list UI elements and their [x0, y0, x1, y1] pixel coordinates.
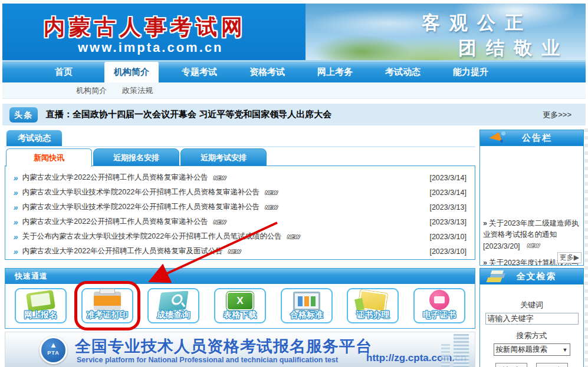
nav-item[interactable]: 资格考试 — [240, 62, 294, 82]
quick-channel-icon — [226, 292, 254, 310]
quick-channel-icon — [26, 290, 55, 312]
main-nav: 首页 机构简介 专题考试 资格考试 网上考务 考试动态 能力提升 — [2, 62, 586, 82]
new-badge: NEW — [286, 234, 301, 240]
tab-recent-exams[interactable]: 近期考试安排 — [180, 148, 267, 166]
search-buttons: 搜 索 取 消 — [480, 363, 583, 367]
quick-channel-label: 准考证打印 — [83, 310, 132, 320]
news-list: » 内蒙古农业大学2022公开招聘工作人员资格复审递补公告 NEW [2023/… — [5, 166, 475, 260]
announcement-title: 公告栏 — [522, 133, 567, 144]
slogan-line2: 团结敬业 — [458, 36, 569, 61]
news-list-item[interactable]: » 内蒙古农业大学2022公开招聘工作人员资格复审递补公告 NEW [2023/… — [11, 214, 469, 229]
news-title[interactable]: 内蒙古农业大学职业技术学院2022年公开招聘工作人员资格复审递补公告 — [22, 187, 260, 197]
banner-url[interactable]: http://zg.cpta.com.cn — [366, 352, 467, 364]
new-badge: NEW — [264, 190, 279, 196]
announcement-list: »关于2023年度二级建造师执业资格考试报名的通知 [2023/3/20] NE… — [479, 146, 584, 266]
subnav-item[interactable]: 政策法规 — [122, 85, 153, 96]
site-url: www.impta.com.cn — [78, 40, 223, 55]
news-title[interactable]: 内蒙古农业大学2022年公开招聘工作人员资格复审及面试公告 — [22, 246, 223, 256]
search-button[interactable]: 搜 索 — [495, 363, 527, 367]
page-edge-decoration — [584, 128, 588, 367]
fulltext-search-panel: 全文检索 关键词 搜索方式 按新闻标题搜索 ▼ 搜 索 取 消 — [479, 268, 584, 367]
nav-item[interactable]: 机构简介 — [104, 62, 159, 82]
new-badge: NEW — [264, 204, 279, 210]
nav-item[interactable]: 专题考试 — [172, 62, 226, 82]
news-title[interactable]: 内蒙古农业大学2022公开招聘工作人员资格复审递补公告 — [22, 173, 208, 183]
page: 内蒙古人事考试网 www.impta.com.cn 客观公正 团结敬业 首页 机… — [0, 0, 588, 367]
cancel-button[interactable]: 取 消 — [536, 363, 568, 367]
header-banner-image: 客观公正 团结敬业 — [306, 4, 586, 60]
quick-channel-item[interactable]: 表格下载 — [214, 288, 266, 323]
slogan-line1: 客观公正 — [422, 11, 533, 35]
quick-channel-label: 成绩查询 — [149, 310, 198, 320]
cpta-banner[interactable]: ▲ PTA 全国专业技术人员资格考试报名服务平台 Service platfor… — [5, 332, 475, 367]
quick-channel-icon — [94, 292, 121, 310]
double-chevron-icon: » — [483, 219, 487, 227]
quick-channel-label: 网上报名 — [16, 310, 65, 320]
megaphone-icon — [488, 131, 506, 145]
new-badge: NEW — [212, 175, 227, 181]
double-chevron-icon: » — [12, 203, 19, 212]
banner-subtitle: Service platform for National Profession… — [77, 356, 338, 364]
double-chevron-icon: » — [12, 188, 19, 197]
quick-channel-item[interactable]: 准考证打印 — [81, 288, 133, 323]
quick-channel-item[interactable]: 证书办理 — [347, 288, 399, 323]
search-mode-label: 搜索方式 — [480, 330, 583, 341]
news-tabs: 新闻快讯 近期报名安排 近期考试安排 — [5, 148, 475, 166]
banner-title: 全国专业技术人员资格考试报名服务平台 — [75, 336, 372, 357]
search-header: 全文检索 — [479, 268, 584, 285]
announcement-panel: 公告栏 »关于2023年度二级建造师执业资格考试报名的通知 [2023/3/20… — [479, 130, 584, 266]
section-tab-exam-news[interactable]: 考试动态 — [6, 130, 63, 147]
sub-nav: 机构简介 政策法规 — [2, 82, 586, 99]
news-list-item[interactable]: » 内蒙古农业大学2022公开招聘工作人员资格复审递补公告 NEW [2023/… — [11, 170, 469, 185]
quick-channel-icon — [358, 290, 387, 312]
quick-channel-header: 快速通道 — [5, 269, 475, 284]
quick-channel-icon — [293, 292, 320, 310]
tab-recent-registration[interactable]: 近期报名安排 — [93, 148, 179, 166]
building-graphic — [441, 344, 450, 367]
quick-channel-item[interactable]: 电子证书 — [413, 288, 465, 323]
quick-channel-label: 表格下载 — [215, 310, 265, 320]
news-list-item[interactable]: » 内蒙古农业大学职业技术学院2022年公开招聘工作人员资格复审递补公告 NEW… — [11, 200, 469, 214]
nav-item[interactable]: 考试动态 — [376, 62, 430, 82]
quick-channel-item[interactable]: 合格标准 — [281, 288, 333, 323]
double-chevron-icon: » — [12, 173, 19, 183]
new-badge: NEW — [526, 240, 541, 252]
search-mode-select[interactable]: 按新闻标题搜索 ▼ — [494, 343, 570, 356]
news-title[interactable]: 关于公布内蒙古农业大学职业技术学院2022年公开招聘工作人员笔试成绩的公告 — [22, 232, 282, 242]
quick-channel-item[interactable]: 成绩查询 — [147, 288, 199, 323]
nav-item[interactable]: 网上考务 — [308, 62, 362, 82]
quick-channel-label: 电子证书 — [415, 310, 464, 320]
double-chevron-icon: » — [12, 232, 19, 242]
nav-item[interactable]: 能力提升 — [444, 62, 498, 82]
search-title: 全文检索 — [517, 271, 572, 282]
new-badge: NEW — [227, 249, 242, 254]
nav-item[interactable]: 首页 — [37, 62, 91, 82]
books-icon — [487, 270, 505, 283]
headline-more-link[interactable]: 更多>>> — [543, 110, 571, 120]
news-date: [2023/3/10] — [429, 247, 469, 256]
quick-channel-section: 快速通道 网上报名 准考证打印 成绩查询 — [5, 268, 475, 329]
cpta-logo: ▲ PTA — [40, 336, 67, 364]
double-chevron-icon: » — [483, 259, 487, 266]
news-date: [2023/3/14] — [429, 174, 469, 182]
quick-channel-icon — [159, 290, 189, 311]
news-title[interactable]: 内蒙古农业大学职业技术学院2022年公开招聘工作人员资格复审递补公告 — [22, 202, 260, 212]
keyword-input[interactable] — [485, 313, 579, 325]
section-tab-underline — [5, 146, 475, 147]
quick-channel-icon — [429, 290, 449, 310]
quick-channel-row: 网上报名 准考证打印 成绩查询 表格下载 — [5, 284, 475, 323]
subnav-item[interactable]: 机构简介 — [76, 85, 107, 96]
news-list-item[interactable]: » 关于公布内蒙古农业大学职业技术学院2022年公开招聘工作人员笔试成绩的公告 … — [11, 229, 469, 244]
announcement-more-link[interactable]: 更多▶ — [557, 252, 582, 263]
news-list-item[interactable]: » 内蒙古农业大学2022年公开招聘工作人员资格复审及面试公告 NEW [202… — [11, 244, 469, 259]
logo-mountain-icon: ▲ — [41, 340, 65, 350]
quick-channel-title: 快速通道 — [15, 271, 48, 282]
announcement-item[interactable]: »关于2023年度二级建造师执业资格考试报名的通知 [2023/3/20] NE… — [483, 218, 580, 252]
quick-channel-item[interactable]: 网上报名 — [15, 288, 67, 323]
double-chevron-icon: » — [12, 247, 19, 256]
quick-channel-label: 合格标准 — [282, 310, 331, 320]
tab-news-flash[interactable]: 新闻快讯 — [6, 148, 92, 167]
news-list-item[interactable]: » 内蒙古农业大学职业技术学院2022年公开招聘工作人员资格复审递补公告 NEW… — [11, 185, 469, 200]
news-title[interactable]: 内蒙古农业大学2022公开招聘工作人员资格复审递补公告 — [22, 217, 208, 227]
headline-title[interactable]: 直播：全国政协十四届一次会议开幕会 习近平等党和国家领导人出席大会 — [46, 109, 331, 120]
